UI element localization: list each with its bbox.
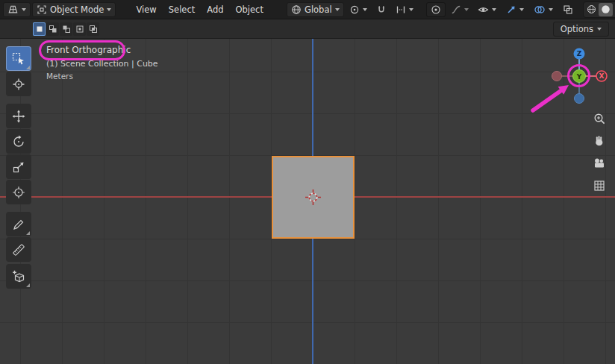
measure-ruler-icon (12, 243, 25, 257)
chevron-down-icon (22, 8, 26, 11)
select-set-icon (35, 25, 44, 34)
gizmo-x-label: X (599, 72, 605, 80)
chevron-down-icon (597, 28, 602, 31)
chevron-down-icon (549, 8, 553, 11)
cursor-tool-button[interactable] (6, 72, 31, 96)
projection-toggle-button[interactable] (591, 178, 608, 194)
scale-icon (12, 160, 25, 174)
tool-group-corner (26, 231, 30, 235)
annotate-tool-button[interactable] (6, 212, 31, 236)
tool-group-corner (26, 283, 30, 287)
show-overlays-dropdown[interactable] (530, 2, 557, 17)
snap-magnet-icon (376, 4, 387, 15)
show-gizmos-dropdown[interactable] (502, 2, 528, 17)
chevron-down-icon (409, 8, 413, 11)
solid-sphere-icon (601, 4, 611, 14)
xray-toggle[interactable] (559, 2, 577, 17)
proportional-editing-icon (431, 4, 441, 15)
select-mode-group (33, 22, 99, 36)
camera-view-button[interactable] (591, 155, 608, 172)
rotate-icon (12, 135, 25, 148)
cursor-tool-icon (12, 78, 25, 91)
navigation-gizmo[interactable]: Z X Y (549, 46, 609, 106)
select-mode-set-button[interactable] (33, 22, 46, 36)
scene-collection-label: (1) Scene Collection | Cube (46, 59, 158, 69)
annotate-pen-icon (12, 218, 25, 231)
measure-tool-button[interactable] (6, 237, 31, 262)
eye-icon (478, 4, 489, 15)
menu-object[interactable]: Object (231, 2, 269, 17)
chevron-down-icon (107, 8, 111, 11)
falloff-dropdown[interactable] (447, 2, 472, 17)
falloff-curve-icon (451, 4, 461, 15)
editor-type-button[interactable] (3, 2, 31, 17)
pivot-point-icon (349, 4, 360, 15)
menu-add[interactable]: Add (202, 2, 228, 17)
wireframe-sphere-icon (587, 4, 596, 14)
transform-tool-button[interactable] (6, 180, 31, 204)
shading-material-button[interactable] (613, 3, 615, 16)
grid-icon (593, 179, 606, 192)
mode-label: Object Mode (50, 4, 104, 15)
units-label: Meters (46, 72, 73, 81)
object-visibility-dropdown[interactable] (474, 2, 500, 17)
header-right-cluster (474, 1, 615, 18)
transform-icon (12, 186, 25, 199)
select-mode-invert-button[interactable] (73, 22, 86, 36)
magnifier-icon (593, 112, 606, 125)
chevron-down-icon (363, 8, 367, 11)
shading-mode-group (583, 1, 615, 18)
select-mode-intersect-button[interactable] (87, 22, 99, 36)
mode-dropdown[interactable]: Object Mode (32, 2, 116, 17)
zoom-button[interactable] (591, 110, 608, 127)
shading-wireframe-button[interactable] (584, 3, 599, 16)
select-extend-icon (49, 25, 57, 34)
object-mode-icon (37, 4, 47, 15)
select-mode-subtract-button[interactable] (60, 22, 72, 36)
chevron-down-icon (519, 8, 524, 11)
select-intersect-icon (89, 25, 98, 34)
snap-target-dropdown[interactable] (392, 2, 417, 17)
options-label: Options (561, 24, 593, 34)
snap-magnet-button[interactable] (372, 2, 390, 17)
rotate-tool-button[interactable] (6, 129, 31, 154)
scale-tool-button[interactable] (6, 154, 31, 179)
gizmo-y-label: Y (576, 73, 582, 81)
chevron-down-icon (464, 8, 469, 11)
pivot-point-dropdown[interactable] (346, 2, 371, 17)
gizmo-neg-x-ball[interactable] (552, 72, 562, 81)
blender-window: Object Mode View Select Add Object Globa… (0, 0, 615, 364)
select-subtract-icon (62, 25, 71, 34)
add-cube-icon (12, 270, 25, 283)
viewport-header: Object Mode View Select Add Object Globa… (0, 0, 615, 19)
orientation-label: Global (305, 4, 332, 15)
menu-select[interactable]: Select (163, 2, 200, 17)
orientation-dropdown[interactable]: Global (287, 2, 344, 17)
select-box-tool-button[interactable] (6, 46, 31, 71)
options-dropdown[interactable]: Options (553, 22, 609, 37)
chevron-down-icon (492, 8, 496, 11)
select-invert-icon (75, 25, 84, 34)
view-name-label: Front Orthographic (46, 45, 131, 55)
select-mode-extend-button[interactable] (46, 22, 59, 36)
gizmo-neg-z-ball[interactable] (575, 94, 584, 104)
globe-icon (291, 4, 302, 15)
overlays-icon (534, 4, 546, 15)
menu-view[interactable]: View (131, 2, 161, 17)
shading-solid-button[interactable] (599, 3, 613, 16)
tool-group-corner (26, 66, 30, 69)
tool-settings-bar: Options (0, 19, 615, 39)
move-tool-button[interactable] (6, 104, 31, 128)
snap-increment-icon (396, 4, 406, 15)
proportional-editing-button[interactable] (426, 2, 446, 17)
move-icon (12, 110, 25, 123)
select-box-icon (12, 52, 25, 66)
gizmo-z-label: Z (577, 50, 582, 57)
editor-3d-viewport-icon (7, 4, 19, 15)
chevron-down-icon (335, 8, 340, 11)
hand-icon (593, 134, 606, 148)
add-cube-tool-button[interactable] (6, 264, 31, 289)
xray-icon (563, 4, 573, 15)
camera-icon (593, 157, 606, 170)
pan-button[interactable] (591, 133, 608, 149)
